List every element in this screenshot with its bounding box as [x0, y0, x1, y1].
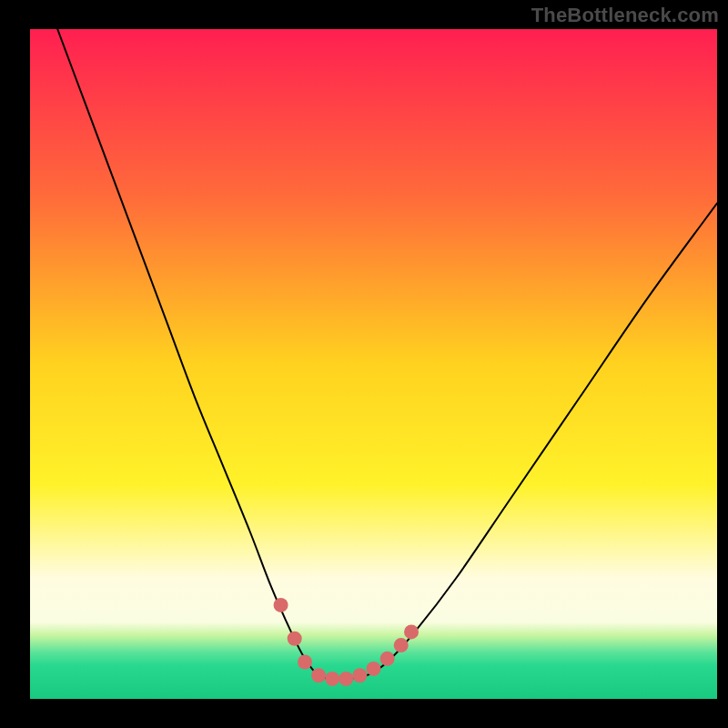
highlight-dot	[288, 632, 302, 646]
highlight-dot	[311, 668, 326, 682]
highlight-dot	[380, 652, 395, 666]
highlight-dot	[394, 638, 409, 652]
chart-frame: TheBottleneck.com	[0, 0, 728, 728]
bottleneck-chart	[0, 0, 728, 728]
highlight-dot	[339, 672, 353, 686]
gradient-background	[30, 29, 717, 699]
highlight-dot	[367, 662, 381, 676]
highlight-dot	[404, 624, 419, 639]
highlight-dot	[352, 668, 367, 682]
highlight-dot	[325, 672, 339, 686]
highlight-dot	[274, 598, 288, 612]
highlight-dot	[298, 655, 312, 670]
